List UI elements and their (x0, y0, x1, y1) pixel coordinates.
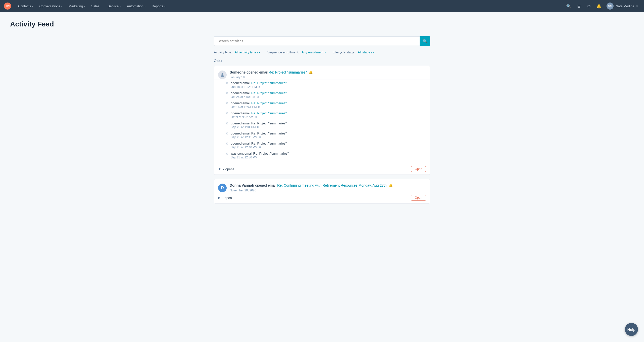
activity-entries-1: opened email Re: Project "summaries" Jan… (214, 80, 430, 163)
monitor-icon: 🖥 (258, 85, 261, 88)
user-chevron: ▾ (636, 4, 638, 8)
entry-email-link[interactable]: Re: Project "summaries" (251, 81, 287, 85)
entry-item: opened email Re: Project "summaries" Oct… (226, 110, 426, 120)
entry-date: Oct 24 at 5:50 PM 🖥 (231, 95, 426, 99)
activity-email-link-2[interactable]: Re: Confirming meeting with Retirement R… (277, 183, 387, 187)
expand-button-2[interactable]: ▶ 1 open (218, 195, 232, 200)
search-input[interactable] (214, 36, 430, 46)
entry-item: opened email Re: Project "summaries" Sep… (226, 140, 426, 150)
activity-type-filter: Activity type: All activity types ▾ (214, 50, 261, 55)
monitor-icon: 🖥 (258, 136, 261, 139)
nav-service[interactable]: Service ▾ (105, 0, 124, 12)
activity-card-1-header: Someone opened email Re: Project "summar… (214, 66, 430, 79)
activity-card-1-footer: ▼ 7 opens Open (214, 163, 430, 175)
automation-chevron: ▾ (144, 5, 146, 8)
nav-links: Contacts ▾ Conversations ▾ Marketing ▾ S… (15, 0, 564, 12)
entry-content: opened email Re: Project "summaries" Sep… (231, 142, 426, 149)
activity-card-1: Someone opened email Re: Project "summar… (214, 66, 430, 175)
activity-title-2: Donna Vannah opened email Re: Confirming… (230, 183, 426, 188)
nav-right-actions: 🔍 ⊞ ⚙ 🔔 NM Nate Medina ▾ (564, 2, 640, 11)
filters-row: Activity type: All activity types ▾ Sequ… (214, 50, 430, 55)
activity-avatar-1 (218, 71, 227, 79)
topnav: HS Contacts ▾ Conversations ▾ Marketing … (0, 0, 644, 12)
entry-text: opened email Re: Project "summaries" (231, 91, 426, 95)
entry-date: Sep 28 at 12:36 PM (231, 156, 426, 159)
collapse-arrow-1: ▼ (218, 167, 221, 171)
page-title: Activity Feed (10, 20, 634, 28)
open-button-2[interactable]: Open (411, 195, 426, 201)
activity-person-1: Someone (230, 70, 246, 74)
entry-dot (226, 82, 228, 84)
sequence-dropdown[interactable]: Any enrollment ▾ (301, 50, 327, 55)
nav-automation[interactable]: Automation ▾ (124, 0, 149, 12)
nav-marketing[interactable]: Marketing ▾ (65, 0, 88, 12)
entry-text: opened email Re: Project "summaries" (231, 111, 426, 115)
activity-card-2-footer: ▶ 1 open Open (214, 192, 430, 203)
entry-content: opened email Re: Project "summaries" Jan… (231, 81, 426, 89)
hubspot-logo[interactable]: HS (4, 3, 11, 10)
entry-dot (226, 153, 228, 155)
activity-type-chevron: ▾ (259, 51, 260, 54)
entry-content: opened email Re: Project "summaries" Oct… (231, 101, 426, 109)
entry-item: opened email Re: Project "summaries" Oct… (226, 90, 426, 100)
section-older-label: Older (214, 59, 430, 63)
open-button-1[interactable]: Open (411, 166, 426, 172)
entry-email-link[interactable]: Re: Project "summaries" (251, 101, 287, 105)
entry-content: opened email Re: Project "summaries" Oct… (231, 111, 426, 119)
entry-date: Oct 16 at 12:41 PM 🖥 (231, 105, 426, 109)
sequence-enrollment-filter: Sequence enrollment: Any enrollment ▾ (267, 50, 327, 55)
entry-content: was sent email Re: Project "summaries" S… (231, 152, 426, 159)
user-menu[interactable]: NM Nate Medina ▾ (605, 2, 640, 11)
entry-item: was sent email Re: Project "summaries" S… (226, 150, 426, 160)
lifecycle-dropdown[interactable]: All stages ▾ (357, 50, 375, 55)
apps-icon-btn[interactable]: ⊞ (574, 2, 583, 11)
activity-date-1: January 18 (230, 76, 426, 79)
entry-email-link[interactable]: Re: Project "summaries" (251, 111, 287, 115)
entry-email-link[interactable]: Re: Project "summaries" (251, 91, 287, 95)
lifecycle-chevron: ▾ (373, 51, 374, 54)
nav-reports[interactable]: Reports ▾ (149, 0, 169, 12)
entry-date: Sep 28 at 1:04 PM 🖥 (231, 125, 426, 129)
entry-dot (226, 132, 228, 134)
entry-dot (226, 122, 228, 124)
search-icon-btn[interactable]: 🔍 (564, 2, 573, 11)
notifications-icon-btn[interactable]: 🔔 (594, 2, 603, 11)
entry-content: opened email Re: Project "summaries" Sep… (231, 131, 426, 139)
search-submit-button[interactable]: 🔍 (420, 36, 430, 46)
nav-sales[interactable]: Sales ▾ (88, 0, 105, 12)
activity-title-1: Someone opened email Re: Project "summar… (230, 70, 426, 75)
monitor-icon: 🖥 (258, 106, 260, 109)
svg-point-3 (221, 75, 224, 77)
reports-chevron: ▾ (164, 5, 166, 8)
entry-dot (226, 92, 228, 94)
entry-text: opened email Re: Project "summaries" (231, 131, 426, 135)
entry-dot (226, 102, 228, 104)
entry-date: Oct 9 at 9:22 AM 🖥 (231, 115, 426, 119)
entry-text: was sent email Re: Project "summaries" (231, 152, 426, 155)
activity-type-dropdown[interactable]: All activity types ▾ (234, 50, 261, 55)
collapse-button-1[interactable]: ▼ 7 opens (218, 167, 234, 172)
monitor-icon: 🖥 (256, 95, 259, 98)
entry-item: opened email Re: Project "summaries" Sep… (226, 130, 426, 140)
entry-text: opened email Re: Project "summaries" (231, 142, 426, 145)
settings-icon-btn[interactable]: ⚙ (584, 2, 593, 11)
monitor-icon: 🖥 (258, 146, 261, 149)
nav-conversations[interactable]: Conversations ▾ (36, 0, 65, 12)
conversations-chevron: ▾ (61, 5, 62, 8)
nav-contacts[interactable]: Contacts ▾ (15, 0, 36, 12)
monitor-icon: 🖥 (257, 126, 259, 129)
opens-count-2: 1 open (222, 196, 232, 200)
user-avatar: NM (607, 3, 614, 10)
page-content: Activity Feed 🔍 Activity type: All activ… (0, 12, 644, 216)
activity-info-2: Donna Vannah opened email Re: Confirming… (230, 183, 426, 192)
search-row: 🔍 (214, 36, 430, 46)
opens-count-1: 7 opens (223, 167, 234, 171)
entry-date: Jan 18 at 10:28 PM 🖥 (231, 85, 426, 89)
activity-info-1: Someone opened email Re: Project "summar… (230, 70, 426, 79)
activity-email-link-1[interactable]: Re: Project "summaries" (269, 70, 307, 74)
entry-date: Sep 28 at 12:40 PM 🖥 (231, 146, 426, 149)
activity-date-2: November 20, 2020 (230, 189, 426, 192)
search-wrapper: 🔍 (214, 36, 430, 46)
activity-person-2: Donna Vannah (230, 183, 254, 187)
lifecycle-stage-filter: Lifecycle stage: All stages ▾ (333, 50, 375, 55)
